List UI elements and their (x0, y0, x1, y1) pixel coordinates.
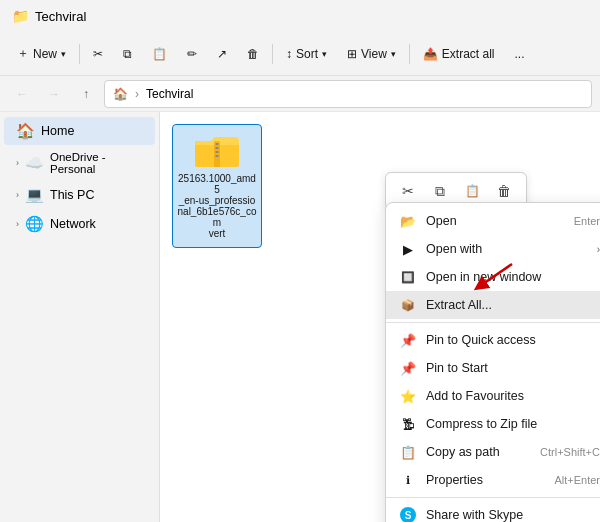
svg-rect-3 (216, 143, 219, 145)
ctx-extract-all-label: Extract All... (426, 298, 492, 312)
more-button[interactable]: ... (506, 42, 534, 66)
open-icon: 📂 (400, 213, 416, 229)
ctx-copy-path-shortcut: Ctrl+Shift+C (540, 446, 600, 458)
ctx-pin-start[interactable]: 📌 Pin to Start (386, 354, 600, 382)
ctx-add-favourites[interactable]: ⭐ Add to Favourites (386, 382, 600, 410)
pin-start-icon: 📌 (400, 360, 416, 376)
ctx-properties-label: Properties (426, 473, 483, 487)
ctx-share-skype-label: Share with Skype (426, 508, 523, 522)
sort-button[interactable]: ↕ Sort ▾ (277, 42, 336, 66)
home-icon: 🏠 (16, 122, 35, 140)
view-button[interactable]: ⊞ View ▾ (338, 42, 405, 66)
svg-rect-4 (216, 147, 219, 149)
extract-all-button[interactable]: 📤 Extract all (414, 42, 504, 66)
ctx-pin-quick-access[interactable]: 📌 Pin to Quick access (386, 326, 600, 354)
title-bar-text: Techviral (35, 9, 86, 24)
chevron-right-icon-2: › (16, 190, 19, 200)
sidebar: 🏠 Home › ☁️ OneDrive - Personal › 💻 This… (0, 112, 160, 522)
ctx-copy-path-label: Copy as path (426, 445, 500, 459)
sidebar-item-onedrive-label: OneDrive - Personal (50, 151, 143, 175)
skype-icon: S (400, 507, 416, 522)
chevron-down-icon-2: ▾ (322, 49, 327, 59)
ctx-compress-zip-label: Compress to Zip file (426, 417, 537, 431)
toolbar-sep-1 (79, 44, 80, 64)
folder-name: 25163.1000_amd5_en-us_professional_6b1e5… (177, 173, 257, 239)
ctx-pin-quick-label: Pin to Quick access (426, 333, 536, 347)
main-content: 🏠 Home › ☁️ OneDrive - Personal › 💻 This… (0, 112, 600, 522)
ctx-separator-2 (386, 497, 600, 498)
ctx-copy-path[interactable]: 📋 Copy as path Ctrl+Shift+C (386, 438, 600, 466)
title-bar-icon: 📁 (12, 8, 29, 24)
toolbar: ＋ New ▾ ✂ ⧉ 📋 ✏ ↗ 🗑 ↕ Sort ▾ ⊞ View ▾ 📤 … (0, 32, 600, 76)
forward-button[interactable]: → (40, 80, 68, 108)
share-button[interactable]: ↗ (208, 42, 236, 66)
address-bar: ← → ↑ 🏠 › Techviral (0, 76, 600, 112)
svg-rect-6 (216, 155, 219, 157)
ctx-share-skype[interactable]: S Share with Skype (386, 501, 600, 522)
plus-icon: ＋ (17, 45, 29, 62)
pin-quick-icon: 📌 (400, 332, 416, 348)
open-with-icon: ▶ (400, 241, 416, 257)
submenu-arrow-icon: › (597, 244, 600, 255)
toolbar-sep-2 (272, 44, 273, 64)
network-icon: 🌐 (25, 215, 44, 233)
sort-icon: ↕ (286, 47, 292, 61)
ctx-open-new-window-label: Open in new window (426, 270, 541, 284)
properties-icon: ℹ (400, 472, 416, 488)
sidebar-item-onedrive[interactable]: › ☁️ OneDrive - Personal (4, 146, 155, 180)
ctx-separator-1 (386, 322, 600, 323)
favourite-icon: ⭐ (400, 388, 416, 404)
back-button[interactable]: ← (8, 80, 36, 108)
sidebar-item-home[interactable]: 🏠 Home (4, 117, 155, 145)
ctx-open-new-window[interactable]: 🔲 Open in new window (386, 263, 600, 291)
sidebar-item-network-label: Network (50, 217, 96, 231)
copy-button[interactable]: ⧉ (114, 42, 141, 66)
breadcrumb-home-icon: 🏠 (113, 87, 128, 101)
ctx-open-shortcut: Enter (574, 215, 600, 227)
folder-svg-icon (195, 133, 239, 169)
onedrive-icon: ☁️ (25, 154, 44, 172)
ctx-open[interactable]: 📂 Open Enter (386, 207, 600, 235)
chevron-right-icon: › (16, 158, 19, 168)
context-menu: 📂 Open Enter ▶ Open with › 🔲 Open in new… (385, 202, 600, 522)
new-button[interactable]: ＋ New ▾ (8, 40, 75, 67)
thispc-icon: 💻 (25, 186, 44, 204)
ctx-open-with-label: Open with (426, 242, 482, 256)
sidebar-item-thispc[interactable]: › 💻 This PC (4, 181, 155, 209)
sidebar-item-network[interactable]: › 🌐 Network (4, 210, 155, 238)
mini-copy-button[interactable]: ⧉ (426, 177, 454, 205)
breadcrumb[interactable]: 🏠 › Techviral (104, 80, 592, 108)
ctx-open-label: Open (426, 214, 457, 228)
paste-button[interactable]: 📋 (143, 42, 176, 66)
sidebar-item-home-label: Home (41, 124, 74, 138)
ctx-extract-all[interactable]: 📦 Extract All... (386, 291, 600, 319)
view-icon: ⊞ (347, 47, 357, 61)
toolbar-sep-3 (409, 44, 410, 64)
ctx-add-favourites-label: Add to Favourites (426, 389, 524, 403)
mini-cut-button[interactable]: ✂ (394, 177, 422, 205)
ctx-pin-start-label: Pin to Start (426, 361, 488, 375)
title-bar: 📁 Techviral (0, 0, 600, 32)
content-area: 25163.1000_amd5_en-us_professional_6b1e5… (160, 112, 600, 522)
chevron-down-icon: ▾ (61, 49, 66, 59)
up-button[interactable]: ↑ (72, 80, 100, 108)
extract-all-icon: 📦 (400, 297, 416, 313)
breadcrumb-sep: › (135, 87, 139, 101)
ctx-open-with[interactable]: ▶ Open with › (386, 235, 600, 263)
cut-button[interactable]: ✂ (84, 42, 112, 66)
breadcrumb-folder: Techviral (146, 87, 193, 101)
chevron-right-icon-3: › (16, 219, 19, 229)
copy-path-icon: 📋 (400, 444, 416, 460)
sidebar-item-thispc-label: This PC (50, 188, 94, 202)
ctx-properties[interactable]: ℹ Properties Alt+Enter (386, 466, 600, 494)
folder-item[interactable]: 25163.1000_amd5_en-us_professional_6b1e5… (172, 124, 262, 248)
svg-rect-5 (216, 151, 219, 153)
chevron-down-icon-3: ▾ (391, 49, 396, 59)
mini-delete-button[interactable]: 🗑 (490, 177, 518, 205)
mini-paste-button[interactable]: 📋 (458, 177, 486, 205)
ctx-compress-zip[interactable]: 🗜 Compress to Zip file (386, 410, 600, 438)
new-window-icon: 🔲 (400, 269, 416, 285)
extract-icon: 📤 (423, 47, 438, 61)
rename-button[interactable]: ✏ (178, 42, 206, 66)
delete-button[interactable]: 🗑 (238, 42, 268, 66)
